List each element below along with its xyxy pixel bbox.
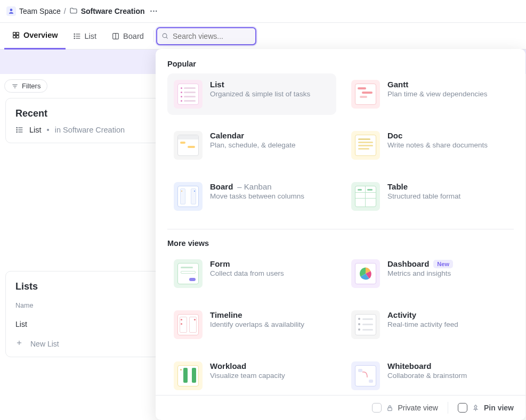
pin-icon <box>472 404 480 412</box>
filters-button[interactable]: Filters <box>4 79 47 93</box>
more-icon[interactable]: ··· <box>148 7 160 15</box>
view-option-dashboard[interactable]: DashboardNew Metrics and insights <box>345 253 514 294</box>
view-option-board-subtitle: Kanban <box>244 182 272 191</box>
board-icon <box>111 32 120 40</box>
views-dropdown-panel: Popular List Organized & simple list of … <box>156 49 525 420</box>
view-option-workload-sub: Visualize team capacity <box>210 372 285 380</box>
search-icon <box>161 32 168 40</box>
view-option-dashboard-title: Dashboard <box>387 259 429 268</box>
thumb-form-icon <box>174 259 203 288</box>
view-option-gantt[interactable]: Gantt Plan time & view dependencies <box>345 73 514 115</box>
view-option-table-title: Table <box>387 182 408 191</box>
view-option-doc[interactable]: Doc Write notes & share documents <box>345 125 514 166</box>
svg-point-12 <box>163 34 167 38</box>
view-option-activity-sub: Real-time activity feed <box>387 320 458 328</box>
breadcrumb: Team Space / Software Creation ··· <box>0 0 526 22</box>
svg-point-20 <box>17 127 17 128</box>
view-option-list-title: List <box>210 80 224 89</box>
thumb-timeline-icon <box>174 310 203 339</box>
pin-view-label: Pin view <box>484 403 514 412</box>
svg-point-21 <box>17 129 17 130</box>
svg-point-7 <box>74 34 75 34</box>
view-option-list-sub: Organized & simple list of tasks <box>210 90 310 98</box>
view-option-doc-sub: Write notes & share documents <box>387 141 488 149</box>
view-option-form-sub: Collect data from users <box>210 269 284 277</box>
thumb-list-icon <box>174 80 203 109</box>
svg-rect-3 <box>17 36 19 38</box>
thumb-table-icon <box>351 182 380 211</box>
view-option-whiteboard-title: Whiteboard <box>387 361 432 370</box>
view-option-whiteboard[interactable]: Whiteboard Collaborate & brainstorm <box>345 355 514 395</box>
view-option-calendar-title: Calendar <box>210 131 244 140</box>
view-option-board-sub: Move tasks between columns <box>210 192 304 200</box>
dot-separator: • <box>47 126 50 134</box>
view-option-workload-title: Workload <box>210 361 246 370</box>
view-option-activity[interactable]: Activity Real-time activity feed <box>345 304 514 345</box>
view-option-list[interactable]: List Organized & simple list of tasks <box>167 73 336 115</box>
thumb-gantt-icon <box>351 80 380 109</box>
list-icon <box>73 32 82 40</box>
filter-icon <box>11 83 19 90</box>
view-option-gantt-title: Gantt <box>387 80 408 89</box>
view-option-activity-title: Activity <box>387 310 416 319</box>
plus-icon <box>15 339 23 348</box>
private-view-toggle[interactable]: Private view <box>372 403 438 413</box>
breadcrumb-separator: / <box>64 7 66 15</box>
pin-view-toggle[interactable]: Pin view <box>458 403 514 413</box>
view-option-timeline-sub: Identify overlaps & availability <box>210 320 304 328</box>
svg-point-8 <box>74 36 75 36</box>
tab-list-label: List <box>85 32 97 40</box>
thumb-activity-icon <box>351 310 380 339</box>
list-icon <box>15 126 24 134</box>
svg-rect-1 <box>17 32 19 35</box>
view-option-timeline[interactable]: Timeline Identify overlaps & availabilit… <box>167 304 336 345</box>
view-option-calendar-sub: Plan, schedule, & delegate <box>210 141 296 149</box>
search-views-input[interactable] <box>172 31 251 41</box>
breadcrumb-space[interactable]: Software Creation <box>81 7 145 15</box>
view-option-table-sub: Structured table format <box>387 192 460 200</box>
private-view-label: Private view <box>398 403 438 412</box>
view-option-workload[interactable]: Workload Visualize team capacity <box>167 355 336 395</box>
new-list-label: New List <box>30 340 59 348</box>
svg-rect-2 <box>13 36 16 38</box>
tab-list[interactable]: List <box>66 23 104 50</box>
filters-label: Filters <box>22 82 41 90</box>
thumb-whiteboard-icon <box>351 361 380 390</box>
section-more-title: More views <box>167 239 514 248</box>
svg-rect-25 <box>387 407 392 410</box>
view-option-gantt-sub: Plan time & view dependencies <box>387 90 488 98</box>
recent-item-name: List <box>29 126 42 134</box>
tab-board[interactable]: Board <box>104 23 151 50</box>
team-icon <box>6 6 16 16</box>
tabs-row: Overview List Board <box>0 23 526 50</box>
view-option-whiteboard-sub: Collaborate & brainstorm <box>387 372 467 380</box>
tab-overview-label: Overview <box>23 31 58 39</box>
thumb-dashboard-icon <box>351 259 380 288</box>
recent-item-location: in Software Creation <box>55 126 125 134</box>
panel-footer: Private view Pin view <box>156 395 525 420</box>
thumb-calendar-icon <box>174 131 203 160</box>
grid-icon <box>12 31 20 39</box>
svg-point-22 <box>17 131 17 132</box>
lock-icon <box>386 404 394 412</box>
view-option-board-title: Board <box>210 182 233 191</box>
svg-rect-0 <box>13 32 16 35</box>
breadcrumb-team[interactable]: Team Space <box>19 7 61 15</box>
tab-overview[interactable]: Overview <box>4 23 66 50</box>
view-option-form-title: Form <box>210 259 230 268</box>
search-views-input-wrap[interactable] <box>156 27 256 45</box>
view-option-form[interactable]: Form Collect data from users <box>167 253 336 294</box>
thumb-workload-icon <box>174 361 203 390</box>
view-option-board[interactable]: Board – Kanban Move tasks between column… <box>167 176 336 217</box>
view-option-table[interactable]: Table Structured table format <box>345 176 514 217</box>
folder-icon <box>69 6 78 17</box>
view-option-calendar[interactable]: Calendar Plan, schedule, & delegate <box>167 125 336 166</box>
checkbox-icon <box>458 403 467 413</box>
section-popular-title: Popular <box>167 60 514 68</box>
view-option-doc-title: Doc <box>387 131 402 140</box>
svg-point-9 <box>74 38 75 38</box>
svg-line-13 <box>166 37 168 39</box>
thumb-doc-icon <box>351 131 380 160</box>
view-option-dashboard-sub: Metrics and insights <box>387 269 453 277</box>
checkbox-icon <box>372 403 382 413</box>
